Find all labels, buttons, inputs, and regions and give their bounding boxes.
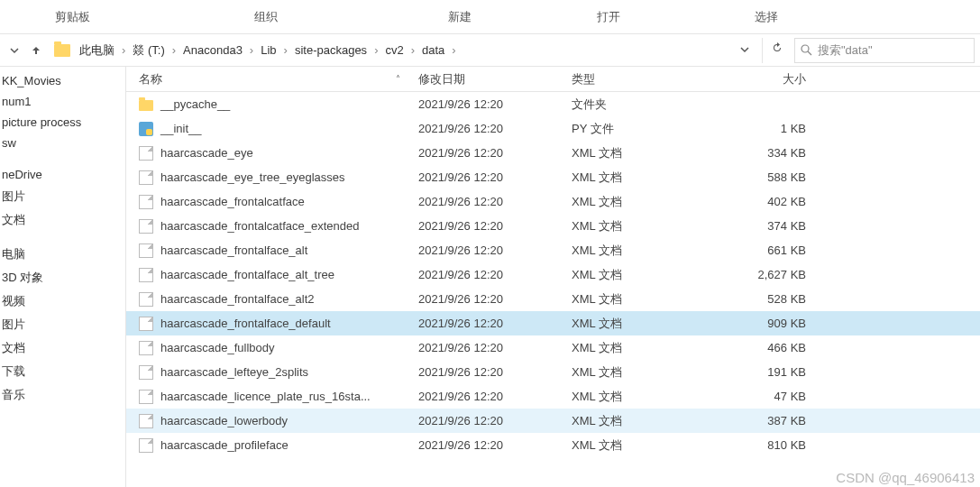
svg-line-1: [808, 51, 811, 55]
file-icon: [139, 268, 153, 282]
table-row[interactable]: haarcascade_frontalface_default2021/9/26…: [126, 311, 980, 335]
file-icon: [139, 390, 153, 404]
chevron-right-icon: ›: [250, 43, 253, 57]
file-date: 2021/9/26 12:20: [418, 390, 572, 403]
file-icon: [139, 219, 153, 234]
breadcrumb-item[interactable]: data: [422, 43, 444, 57]
file-type: XML 文档: [572, 145, 725, 161]
file-type: XML 文档: [572, 267, 725, 283]
sidebar-item[interactable]: 电脑: [0, 243, 125, 266]
file-date: 2021/9/26 12:20: [418, 146, 572, 160]
file-date: 2021/9/26 12:20: [418, 219, 572, 233]
file-size: 334 KB: [725, 146, 824, 160]
column-headers[interactable]: 名称 ˄ 修改日期 类型 大小: [126, 67, 980, 92]
breadcrumb-item[interactable]: 燚 (T:): [133, 42, 164, 59]
table-row[interactable]: haarcascade_frontalface_alt22021/9/26 12…: [126, 287, 980, 311]
file-name: haarcascade_frontalcatface: [160, 195, 305, 208]
table-row[interactable]: haarcascade_eye2021/9/26 12:20XML 文档334 …: [126, 141, 980, 165]
sidebar: KK_Moviesnum1picture processswneDrive图片文…: [0, 67, 126, 487]
file-name: haarcascade_eye_tree_eyeglasses: [160, 170, 345, 184]
file-list: 名称 ˄ 修改日期 类型 大小 __pycache__2021/9/26 12:…: [126, 67, 980, 487]
sidebar-item[interactable]: 文档: [0, 208, 125, 232]
ribbon-group-labels: 剪贴板 组织 新建 打开 选择: [0, 0, 980, 34]
file-icon: [139, 438, 153, 453]
breadcrumb-item[interactable]: 此电脑: [79, 42, 114, 59]
file-type: XML 文档: [572, 170, 725, 186]
sidebar-item[interactable]: 图片: [0, 185, 125, 208]
table-row[interactable]: haarcascade_lefteye_2splits2021/9/26 12:…: [126, 360, 980, 384]
table-row[interactable]: haarcascade_lowerbody2021/9/26 12:20XML …: [126, 409, 980, 433]
file-size: 374 KB: [725, 219, 824, 233]
sidebar-item[interactable]: sw: [0, 133, 125, 153]
file-name: haarcascade_licence_plate_rus_16sta...: [160, 390, 371, 403]
table-row[interactable]: haarcascade_fullbody2021/9/26 12:20XML 文…: [126, 335, 980, 360]
breadcrumb-item[interactable]: cv2: [385, 43, 403, 57]
file-type: XML 文档: [572, 364, 725, 381]
file-size: 387 KB: [725, 414, 824, 427]
breadcrumb-item[interactable]: Lib: [261, 43, 276, 57]
file-icon: [139, 146, 153, 161]
file-type: XML 文档: [572, 194, 725, 210]
file-date: 2021/9/26 12:20: [418, 341, 572, 354]
svg-point-0: [801, 45, 809, 52]
file-icon: [139, 341, 153, 355]
folder-icon: [54, 44, 70, 57]
table-row[interactable]: haarcascade_frontalcatface2021/9/26 12:2…: [126, 189, 980, 214]
sidebar-item[interactable]: 图片: [0, 313, 125, 336]
table-row[interactable]: haarcascade_frontalface_alt2021/9/26 12:…: [126, 238, 980, 262]
sidebar-item[interactable]: 视频: [0, 289, 125, 313]
sidebar-item[interactable]: 音乐: [0, 383, 125, 407]
sidebar-spacer: [0, 153, 125, 164]
search-placeholder: 搜索"data": [818, 42, 873, 59]
col-date[interactable]: 修改日期: [418, 71, 572, 87]
col-type[interactable]: 类型: [572, 71, 725, 87]
nav-up-button[interactable]: [27, 41, 45, 60]
sidebar-item[interactable]: picture process: [0, 112, 125, 133]
sidebar-item[interactable]: neDrive: [0, 164, 125, 185]
file-type: XML 文档: [572, 389, 725, 405]
file-name: haarcascade_frontalface_default: [160, 317, 331, 330]
table-row[interactable]: haarcascade_frontalcatface_extended2021/…: [126, 214, 980, 238]
file-date: 2021/9/26 12:20: [418, 97, 572, 111]
col-name[interactable]: 名称 ˄: [139, 71, 418, 87]
sidebar-item[interactable]: 下载: [0, 360, 125, 383]
breadcrumb[interactable]: 此电脑›燚 (T:)›Anaconda3›Lib›site-packages›c…: [79, 42, 737, 59]
table-row[interactable]: __init__2021/9/26 12:20PY 文件1 KB: [126, 116, 980, 141]
file-date: 2021/9/26 12:20: [418, 317, 572, 330]
file-name: haarcascade_frontalcatface_extended: [160, 219, 359, 233]
file-date: 2021/9/26 12:20: [418, 414, 572, 427]
breadcrumb-item[interactable]: site-packages: [295, 43, 367, 57]
file-type: XML 文档: [572, 437, 725, 454]
file-name: __pycache__: [160, 97, 230, 111]
nav-back-dropdown-icon[interactable]: [5, 41, 23, 60]
table-row[interactable]: haarcascade_profileface2021/9/26 12:20XM…: [126, 433, 980, 457]
search-input[interactable]: 搜索"data": [794, 38, 975, 63]
file-icon: [139, 292, 153, 307]
file-name: haarcascade_lowerbody: [160, 414, 288, 427]
table-row[interactable]: haarcascade_licence_plate_rus_16sta...20…: [126, 384, 980, 409]
sidebar-item[interactable]: 文档: [0, 336, 125, 360]
ribbon-open: 打开: [532, 9, 685, 25]
col-size[interactable]: 大小: [725, 71, 824, 87]
refresh-button[interactable]: [762, 38, 791, 63]
sidebar-item[interactable]: KK_Movies: [0, 70, 125, 91]
chevron-right-icon: ›: [284, 43, 288, 57]
breadcrumb-item[interactable]: Anaconda3: [183, 43, 243, 57]
ribbon-organize: 组织: [144, 9, 388, 25]
file-name: haarcascade_frontalface_alt: [160, 244, 307, 257]
sort-indicator-icon: ˄: [396, 74, 400, 84]
file-name: __init__: [160, 122, 202, 135]
ribbon-clipboard: 剪贴板: [0, 9, 144, 25]
address-dropdown-icon[interactable]: [740, 43, 749, 57]
file-size: 466 KB: [725, 341, 824, 354]
sidebar-item[interactable]: num1: [0, 91, 125, 112]
sidebar-item[interactable]: 3D 对象: [0, 266, 125, 289]
table-row[interactable]: haarcascade_frontalface_alt_tree2021/9/2…: [126, 262, 980, 287]
folder-icon: [139, 100, 153, 111]
file-icon: [139, 170, 153, 185]
search-icon: [801, 44, 812, 56]
table-row[interactable]: __pycache__2021/9/26 12:20文件夹: [126, 92, 980, 116]
file-date: 2021/9/26 12:20: [418, 292, 572, 306]
table-row[interactable]: haarcascade_eye_tree_eyeglasses2021/9/26…: [126, 165, 980, 189]
file-name: haarcascade_lefteye_2splits: [160, 365, 308, 379]
